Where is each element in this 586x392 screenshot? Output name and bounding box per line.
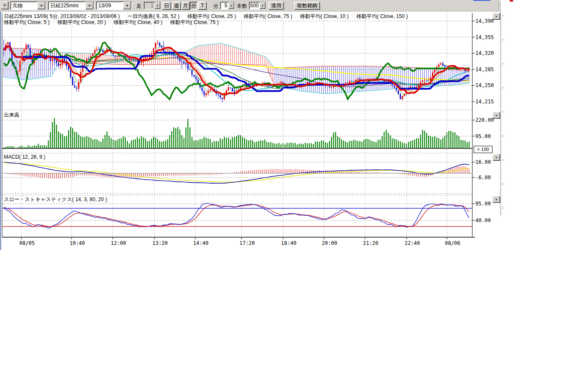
- spinner-arrows-icon: ▲▼: [154, 2, 160, 9]
- legend-item: 一目均衡表( 9, 26, 52 ): [127, 13, 179, 19]
- time-axis-tick: 14:40: [193, 240, 208, 246]
- window-fragment-blue: [473, 0, 490, 1]
- stoch-axis-tick: 40.00: [475, 217, 491, 223]
- panel-right-divider: [500, 1, 501, 217]
- bar-count-label: 本数: [237, 2, 247, 10]
- toolbar: ▼ 先物 ▼ 日経225mini ▼ 13/09 ▼ 足 1 ▲▼ 日 週 月 …: [0, 0, 499, 12]
- spinner-arrows-icon[interactable]: ▲▼: [260, 2, 266, 9]
- chevron-down-icon: ▼: [495, 114, 498, 117]
- minute-value: 5: [221, 2, 228, 9]
- time-axis-tick: 18:40: [281, 240, 296, 246]
- minute-button[interactable]: 分: [190, 2, 198, 10]
- legend-row-2: 移動平均( Close, 5 )移動平均( Close, 20 )移動平均( C…: [4, 19, 227, 26]
- minute-value-spinner[interactable]: 5 ▲▼: [220, 2, 235, 9]
- chevron-down-icon: ▼: [495, 198, 498, 201]
- time-axis-tick: 22:40: [405, 240, 420, 246]
- bar-interval-spinner: 1 ▲▼: [144, 2, 161, 9]
- toolbar-dropdown-button[interactable]: ▼: [1, 1, 9, 9]
- volume-axis-tick: 95.00: [475, 133, 491, 139]
- legend-item: 移動平均( Close, 75 ): [170, 19, 218, 25]
- chevron-down-icon: ▼: [495, 156, 498, 159]
- time-axis-tick: 21:20: [363, 240, 378, 246]
- legend-item: 移動平均( Close, 25 ): [187, 13, 236, 19]
- time-axis-tick: 20:00: [322, 240, 337, 246]
- volume-panel-label: 出来高: [4, 112, 19, 119]
- bar-type-label: 足: [136, 2, 142, 10]
- time-axis-tick: 13:20: [152, 240, 168, 246]
- bar-count-value: 500: [249, 2, 260, 9]
- legend-item: 移動平均( Close, 10 ): [300, 13, 348, 19]
- monthly-button[interactable]: 月: [181, 2, 190, 10]
- price-chart-canvas[interactable]: [0, 0, 501, 253]
- price-axis-tick: 14,320: [475, 50, 494, 56]
- legend-item: 移動平均( Close, 5 ): [4, 19, 50, 25]
- volume-axis-tick: 220.00: [475, 117, 494, 123]
- stoch-panel-label: スロー・ストキャスティクス( 14, 3, 80, 20 ): [4, 196, 107, 203]
- time-axis-tick: 17:20: [239, 240, 255, 246]
- time-axis-tick: 08/05: [19, 240, 35, 246]
- symbol-combobox[interactable]: 日経225mini ▼: [48, 1, 94, 10]
- macd-axis-tick: 16.00: [475, 159, 491, 165]
- contract-month-combobox-value: 13/09: [97, 3, 123, 9]
- macd-axis-tick: -6.00: [475, 175, 491, 181]
- daily-button[interactable]: 日: [162, 2, 171, 10]
- legend-item: 移動平均( Close, 150 ): [356, 13, 408, 19]
- stoch-panel-menu-button[interactable]: ▼: [492, 196, 500, 203]
- price-axis-tick: 14,355: [475, 34, 494, 40]
- chevron-down-icon[interactable]: ▼: [37, 2, 45, 9]
- stoch-axis-tick: 95.00: [475, 201, 491, 207]
- contract-month-combobox[interactable]: 13/09 ▼: [96, 1, 132, 10]
- price-axis-tick: 14,250: [475, 82, 494, 88]
- spinner-arrows-icon[interactable]: ▲▼: [228, 2, 234, 9]
- chevron-down-icon[interactable]: ▼: [123, 2, 131, 9]
- macd-panel-menu-button[interactable]: ▼: [492, 154, 500, 161]
- bar-interval-value: 1: [144, 2, 154, 9]
- symbol-combobox-value: 日経225mini: [48, 2, 85, 9]
- time-axis-tick: 12:00: [111, 240, 126, 246]
- time-axis-tick: 10:40: [69, 240, 85, 246]
- apply-button[interactable]: 適用: [269, 2, 284, 10]
- window-fragment-red: [510, 0, 513, 2]
- chevron-down-icon[interactable]: ▼: [85, 2, 94, 9]
- weekly-button[interactable]: 週: [172, 2, 181, 10]
- price-axis-tick: 14,215: [475, 99, 494, 105]
- legend-item: 移動平均( Close, 40 ): [114, 19, 162, 25]
- price-axis-tick: 14,390: [475, 18, 494, 24]
- price-axis-tick: 14,285: [475, 66, 494, 72]
- splitter-track[interactable]: [501, 15, 504, 215]
- legend-item: 移動平均( Close, 75 ): [244, 13, 292, 19]
- category-combobox[interactable]: 先物 ▼: [10, 1, 46, 10]
- tick-button[interactable]: T: [198, 2, 207, 10]
- multi-symbol-button[interactable]: 複数銘柄: [294, 2, 320, 10]
- time-axis-tick: 08/06: [445, 240, 460, 246]
- bar-count-spinner[interactable]: 500 ▲▼: [249, 2, 266, 9]
- chevron-down-icon: ▼: [3, 3, 6, 7]
- legend-item: 移動平均( Close, 20 ): [57, 19, 106, 25]
- volume-multiplier-badge: × 100: [474, 146, 492, 153]
- left-border-strip: [0, 11, 1, 250]
- category-combobox-value: 先物: [11, 2, 37, 9]
- chevron-down-icon: ▼: [495, 15, 498, 18]
- macd-panel-label: MACD( 12, 26, 9 ): [4, 154, 45, 160]
- minute-unit-label: 分: [213, 2, 218, 10]
- legend-item: 日経225mini 13/09( 5分, 2013/08/02 - 2013/0…: [4, 13, 120, 19]
